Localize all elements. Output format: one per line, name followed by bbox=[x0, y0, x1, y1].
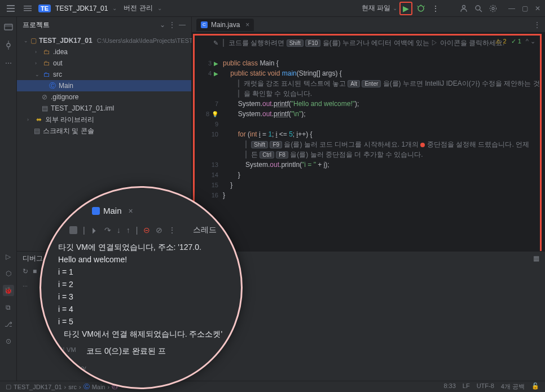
resume-icon: ⏵ bbox=[91, 224, 99, 236]
tree-file-iml[interactable]: ▤TEST_JDK17_01.iml bbox=[17, 103, 191, 114]
svg-rect-0 bbox=[7, 5, 15, 6]
more-icon[interactable]: ⋮ bbox=[534, 21, 540, 29]
editor-tab-main[interactable]: C Main.java × bbox=[196, 19, 254, 31]
services-tool-icon[interactable]: ⬡ bbox=[3, 268, 14, 279]
class-icon: C bbox=[201, 21, 208, 28]
hamburger-icon[interactable] bbox=[21, 2, 34, 15]
tree-ext-libraries[interactable]: ›⬌외부 라이브러리 bbox=[17, 114, 191, 125]
debug-panel-label: 디버그 bbox=[23, 254, 43, 263]
edit-icon[interactable]: ✎ bbox=[213, 39, 218, 47]
tree-root[interactable]: ⌄▢TEST_JDK17_01C:\Users\skdak\IdeaProjec… bbox=[17, 35, 191, 46]
svg-point-6 bbox=[418, 6, 424, 11]
bulb-icon[interactable]: 💡 bbox=[212, 111, 218, 117]
tree-folder-idea[interactable]: ›🗀.idea bbox=[17, 46, 191, 58]
run-config-selector[interactable]: 현재 파일 ⌄ bbox=[362, 3, 397, 13]
encoding[interactable]: UTF-8 bbox=[477, 382, 494, 391]
problems-tool-icon[interactable]: ⊙ bbox=[3, 336, 14, 347]
collapse-icon[interactable]: — bbox=[179, 21, 186, 29]
svg-rect-15 bbox=[5, 24, 12, 30]
svg-point-10 bbox=[463, 5, 465, 8]
structure-tool-icon[interactable]: ⋯ bbox=[3, 58, 14, 69]
run-gutter-icon[interactable]: ▶ bbox=[214, 60, 218, 67]
chevron-down-icon: ⌄ bbox=[393, 5, 397, 11]
readonly-icon[interactable]: 🔓 bbox=[531, 382, 539, 391]
titlebar: TE TEST_JDK17_01 ⌄ 버전 관리 ⌄ 현재 파일 ⌄ ▶ ⋮ —… bbox=[0, 0, 545, 17]
svg-point-14 bbox=[490, 5, 496, 11]
step-out-icon: ↑ bbox=[126, 224, 130, 236]
class-icon bbox=[92, 207, 100, 215]
svg-point-11 bbox=[476, 6, 480, 10]
git-tool-icon[interactable]: ⎇ bbox=[3, 319, 14, 330]
svg-rect-1 bbox=[7, 8, 15, 9]
close-icon: × bbox=[129, 205, 133, 217]
stop-icon bbox=[69, 226, 77, 234]
tree-file-main[interactable]: ⒸMain bbox=[17, 80, 191, 91]
project-tool-icon[interactable] bbox=[3, 21, 14, 33]
close-icon[interactable]: × bbox=[245, 21, 249, 29]
step-into-icon: ↓ bbox=[117, 224, 121, 236]
svg-rect-2 bbox=[7, 11, 15, 12]
svg-point-17 bbox=[7, 43, 10, 47]
svg-line-12 bbox=[480, 10, 482, 12]
run-button-highlighted[interactable]: ▶ bbox=[399, 2, 412, 15]
commit-tool-icon[interactable] bbox=[3, 39, 14, 51]
svg-line-8 bbox=[417, 6, 418, 7]
editor-tabs: C Main.java × ⋮ bbox=[192, 17, 545, 33]
search-icon[interactable] bbox=[472, 2, 485, 15]
svg-rect-5 bbox=[24, 10, 32, 11]
panel-title: 프로젝트 bbox=[23, 20, 50, 30]
stop-icon[interactable]: ■ bbox=[33, 267, 37, 275]
left-tool-strip: ⋯ ▷ ⬡ 🐞 ⧉ ⎇ ⊙ bbox=[0, 17, 17, 381]
more-icon[interactable]: ⋮ bbox=[169, 21, 175, 29]
chevron-down-icon[interactable]: ⌄ bbox=[157, 5, 162, 11]
tree-scratches[interactable]: ▤스크래치 및 콘솔 bbox=[17, 125, 191, 136]
more-icon: ⋮ bbox=[168, 224, 176, 236]
project-badge: TE bbox=[38, 5, 51, 12]
project-tree: ⌄▢TEST_JDK17_01C:\Users\skdak\IdeaProjec… bbox=[17, 33, 191, 139]
settings-icon[interactable] bbox=[487, 2, 499, 15]
inspections-widget[interactable]: ⚠ 2 ✓ 1 ^ ⌄ bbox=[495, 38, 535, 45]
svg-rect-4 bbox=[24, 8, 32, 9]
magnified-console-overlay: Main × | ⏵ ↷ ↓ ↑ | ⊝ ⊘ ⋮ 스레드 타깃 VM에 연결되었… bbox=[39, 186, 243, 389]
svg-point-13 bbox=[492, 7, 494, 10]
debug-button[interactable] bbox=[415, 2, 427, 15]
step-over-icon: ↷ bbox=[104, 224, 111, 236]
chevron-down-icon[interactable]: ⌄ bbox=[160, 21, 165, 29]
more-icon[interactable]: ⋮ bbox=[429, 2, 442, 15]
project-name[interactable]: TEST_JDK17_01 bbox=[55, 5, 108, 12]
vcs-menu[interactable]: 버전 관리 bbox=[124, 3, 152, 13]
svg-line-9 bbox=[424, 6, 425, 7]
chevron-down-icon[interactable]: ⌄ bbox=[112, 5, 117, 11]
indent[interactable]: 4개 공백 bbox=[501, 382, 525, 391]
breadcrumb[interactable]: ▢ TEST_JDK17_01› src› ⒸMain› ⓜ bbox=[6, 382, 118, 391]
svg-rect-3 bbox=[24, 6, 32, 7]
cursor-position[interactable]: 8:33 bbox=[443, 382, 455, 391]
breakpoint-icon: ⊝ bbox=[143, 224, 150, 236]
tree-folder-out[interactable]: ›🗀out bbox=[17, 58, 191, 69]
layout-icon[interactable]: ▦ bbox=[533, 254, 539, 262]
play-icon: ▶ bbox=[403, 4, 409, 13]
code-with-me-icon[interactable] bbox=[458, 2, 470, 15]
mute-breakpoints-icon: ⊘ bbox=[156, 224, 162, 236]
main-menu-icon[interactable] bbox=[5, 2, 17, 15]
terminal-tool-icon[interactable]: ⧉ bbox=[3, 302, 14, 313]
line-separator[interactable]: LF bbox=[463, 382, 470, 391]
tree-folder-src[interactable]: ⌄🗀src bbox=[17, 69, 191, 80]
maximize-button[interactable]: ▢ bbox=[522, 5, 528, 12]
statusbar: ▢ TEST_JDK17_01› src› ⒸMain› ⓜ 8:33 LF U… bbox=[0, 381, 545, 392]
debug-tool-icon[interactable]: 🐞 bbox=[3, 285, 14, 296]
close-button[interactable]: ✕ bbox=[535, 5, 540, 12]
rerun-icon[interactable]: ↻ bbox=[23, 267, 28, 275]
minimize-button[interactable]: — bbox=[508, 5, 515, 12]
run-tool-icon[interactable]: ▷ bbox=[3, 251, 14, 262]
mag-debug-toolbar: | ⏵ ↷ ↓ ↑ | ⊝ ⊘ ⋮ 스레드 bbox=[69, 224, 230, 236]
run-gutter-icon[interactable]: ▶ bbox=[214, 71, 218, 77]
tree-file-gitignore[interactable]: ⊘.gitignore bbox=[17, 91, 191, 103]
